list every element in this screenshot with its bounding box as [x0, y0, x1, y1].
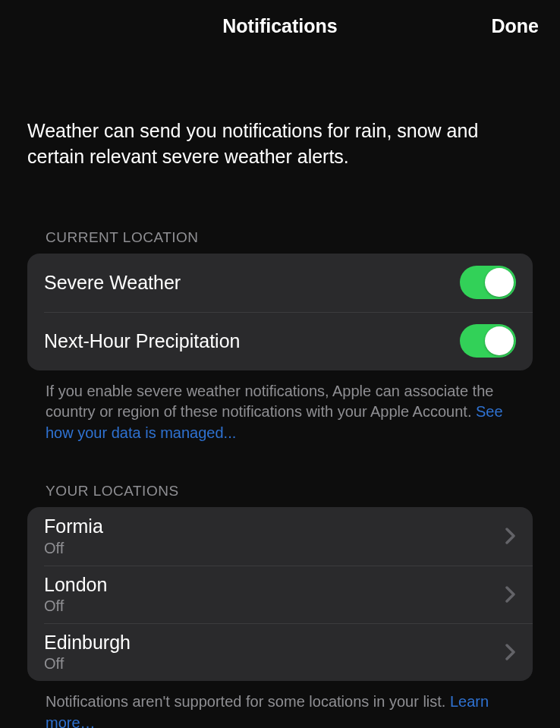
chevron-right-icon — [505, 644, 516, 660]
group-current-location: Severe Weather Next-Hour Precipitation — [27, 254, 533, 370]
location-text: London Off — [44, 573, 501, 616]
toggle-knob — [485, 268, 514, 297]
location-name: Edinburgh — [44, 631, 501, 654]
footer-text: Notifications aren't supported for some … — [46, 693, 450, 710]
section-header-current-location: CURRENT LOCATION — [27, 229, 533, 254]
row-severe-weather: Severe Weather — [27, 254, 533, 312]
toggle-knob — [485, 326, 514, 355]
row-label: Next-Hour Precipitation — [44, 330, 460, 352]
location-status: Off — [44, 654, 501, 673]
page-description: Weather can send you notifications for r… — [0, 52, 560, 170]
location-row-edinburgh[interactable]: Edinburgh Off — [27, 623, 533, 681]
row-label: Severe Weather — [44, 272, 460, 294]
footer-current-location: If you enable severe weather notificatio… — [27, 370, 533, 444]
footer-text: If you enable severe weather notificatio… — [46, 383, 493, 421]
location-status: Off — [44, 597, 501, 616]
location-text: Edinburgh Off — [44, 631, 501, 673]
location-row-formia[interactable]: Formia Off — [27, 507, 533, 565]
location-name: Formia — [44, 515, 501, 538]
toggle-severe-weather[interactable] — [460, 266, 516, 299]
group-your-locations: Formia Off London Off Edinburgh Off — [27, 507, 533, 681]
footer-your-locations: Notifications aren't supported for some … — [27, 681, 533, 728]
done-button[interactable]: Done — [492, 15, 540, 37]
navbar: Notifications Done — [0, 0, 560, 52]
location-status: Off — [44, 539, 501, 558]
page-title: Notifications — [222, 15, 337, 37]
chevron-right-icon — [505, 528, 516, 544]
location-row-london[interactable]: London Off — [27, 566, 533, 623]
section-header-your-locations: YOUR LOCATIONS — [27, 483, 533, 507]
location-name: London — [44, 573, 501, 597]
row-next-hour-precipitation: Next-Hour Precipitation — [27, 312, 533, 370]
location-text: Formia Off — [44, 515, 501, 557]
toggle-next-hour-precipitation[interactable] — [460, 324, 516, 358]
section-your-locations: YOUR LOCATIONS Formia Off London Off Edi… — [0, 443, 560, 728]
chevron-right-icon — [505, 586, 516, 603]
section-current-location: CURRENT LOCATION Severe Weather Next-Hou… — [0, 170, 560, 444]
